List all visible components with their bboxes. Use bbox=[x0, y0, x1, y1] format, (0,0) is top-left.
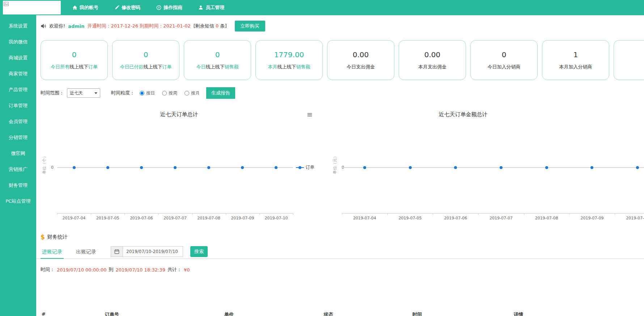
granularity-option-label: 按月 bbox=[191, 90, 200, 96]
granularity-radio[interactable] bbox=[140, 91, 144, 96]
sidebar-item-11[interactable]: PC站点管理 bbox=[0, 193, 36, 209]
stat-card-label: 今日已付款线上线下订单 bbox=[120, 64, 172, 70]
x-axis-tick bbox=[433, 213, 433, 215]
finance-section: $ 财务统计 进账记录出账记录 搜索 时间： 2019/07/10 00:00:… bbox=[36, 230, 644, 273]
legend[interactable]: 订单 bbox=[296, 164, 314, 170]
x-axis-tick bbox=[226, 213, 226, 215]
x-axis-tick bbox=[524, 213, 524, 215]
sidebar-item-6[interactable]: 会员管理 bbox=[0, 114, 36, 130]
stat-card-5: 0.00本月支出佣金 bbox=[399, 40, 466, 80]
finance-title-row: $ 财务统计 bbox=[36, 230, 644, 241]
stat-card-value: 0 bbox=[502, 50, 507, 59]
granularity-option-2[interactable]: 按月 bbox=[185, 90, 200, 96]
data-point bbox=[207, 166, 210, 169]
table-header-col-0: # bbox=[42, 311, 46, 316]
x-axis-label: 2019-07-06 bbox=[125, 216, 158, 220]
top-nav-item-0[interactable]: 我的帐号 bbox=[72, 4, 98, 11]
data-point bbox=[545, 166, 548, 169]
y-axis-tick: 0 bbox=[46, 165, 54, 170]
summary-total-value: ¥0 bbox=[184, 267, 190, 273]
x-axis-label: 2019-07-09 bbox=[226, 216, 259, 220]
granularity-option-1[interactable]: 按周 bbox=[162, 90, 177, 96]
stat-card-label: 今日线上线下销售额 bbox=[196, 64, 239, 70]
data-point bbox=[241, 166, 244, 169]
stat-card-label: 今日所有线上线下订单 bbox=[51, 64, 98, 70]
data-point bbox=[140, 166, 143, 169]
buy-now-button[interactable]: 立即购买 bbox=[235, 21, 265, 31]
sidebar-item-2[interactable]: 商城设置 bbox=[0, 50, 36, 66]
stat-card-label: 今日支出佣金 bbox=[347, 64, 375, 70]
finance-tabs-row: 进账记录出账记录 搜索 bbox=[36, 244, 644, 259]
table-header-col-5: 详情 bbox=[514, 311, 523, 316]
stat-card-label: 本月线上线下销售额 bbox=[268, 64, 310, 70]
user-icon bbox=[198, 5, 203, 10]
x-axis-label: 2019-07-06 bbox=[439, 216, 472, 220]
stat-card-label: 本月加入分销商 bbox=[559, 64, 592, 70]
calendar-icon[interactable] bbox=[111, 246, 123, 257]
x-axis-tick bbox=[57, 213, 58, 215]
legend-label: 订单 bbox=[306, 164, 314, 170]
sidebar-item-1[interactable]: 我的微信 bbox=[0, 34, 36, 50]
time-range-select[interactable]: 近七天 bbox=[67, 88, 100, 98]
sidebar-item-7[interactable]: 分销管理 bbox=[0, 130, 36, 146]
finance-tab-0[interactable]: 进账记录 bbox=[41, 244, 64, 259]
top-nav-item-1[interactable]: 修改密码 bbox=[114, 4, 140, 11]
broken-image-icon bbox=[4, 1, 9, 7]
y-axis-label: 单位（元） bbox=[332, 150, 338, 179]
x-axis-label: 2019-07-04 bbox=[348, 216, 381, 220]
x-axis-label: 2019-07-10 bbox=[260, 216, 292, 220]
sidebar-item-3[interactable]: 商家管理 bbox=[0, 66, 36, 82]
granularity-option-0[interactable]: 按日 bbox=[140, 90, 155, 96]
x-axis-tick bbox=[478, 213, 479, 215]
data-point bbox=[409, 166, 412, 169]
logo bbox=[3, 1, 61, 14]
sidebar-item-0[interactable]: 系统设置 bbox=[0, 18, 36, 34]
top-nav-item-2[interactable]: ?操作指南 bbox=[156, 4, 182, 11]
sidebar-item-4[interactable]: 产品管理 bbox=[0, 82, 36, 98]
data-point bbox=[275, 166, 277, 169]
granularity-radio[interactable] bbox=[185, 91, 189, 96]
sidebar-item-5[interactable]: 订单管理 bbox=[0, 98, 36, 114]
table-header-col-3: 状态 bbox=[324, 311, 333, 316]
data-point bbox=[636, 166, 639, 169]
search-button[interactable]: 搜索 bbox=[190, 246, 208, 257]
granularity-option-label: 按周 bbox=[169, 90, 177, 96]
generate-report-button[interactable]: 生成报告 bbox=[206, 87, 235, 99]
stat-card-value: 0.00 bbox=[424, 50, 441, 59]
data-point bbox=[174, 166, 177, 169]
x-axis-tick bbox=[192, 213, 192, 215]
chevron-down-icon bbox=[94, 92, 97, 94]
granularity-label: 时间粒度： bbox=[111, 90, 135, 96]
sidebar-item-8[interactable]: 微官网 bbox=[0, 146, 36, 161]
x-axis-tick bbox=[124, 213, 125, 215]
date-range-input[interactable] bbox=[123, 246, 183, 257]
x-axis-label: 2019-07-07 bbox=[485, 216, 517, 220]
x-axis-tick bbox=[293, 213, 293, 215]
summary-to-label: 到 bbox=[109, 266, 113, 273]
data-point bbox=[500, 166, 503, 169]
time-range-label: 时间范围： bbox=[41, 90, 64, 96]
series-line bbox=[342, 167, 644, 168]
finance-section-title: 财务统计 bbox=[47, 234, 68, 240]
summary-time-label: 时间： bbox=[41, 266, 55, 273]
filter-row: 时间范围： 近七天 时间粒度： 按日按周按月 生成报告 bbox=[36, 87, 644, 99]
x-axis-label: 2019-07-10 bbox=[621, 216, 644, 220]
stat-card-0: 0今日所有线上线下订单 bbox=[41, 40, 108, 80]
data-point bbox=[363, 166, 366, 169]
menu-icon[interactable] bbox=[307, 112, 313, 118]
x-axis-tick bbox=[569, 213, 570, 215]
sidebar-item-9[interactable]: 营销推广 bbox=[0, 161, 36, 177]
finance-tab-1[interactable]: 出账记录 bbox=[75, 244, 98, 259]
x-axis bbox=[57, 213, 293, 214]
finance-summary-row: 时间： 2019/07/10 00:00:00 到 2019/07/10 18:… bbox=[36, 259, 644, 273]
top-nav-label: 操作指南 bbox=[164, 4, 182, 11]
username-link[interactable]: admin bbox=[68, 24, 84, 29]
summary-total-label: 共计： bbox=[168, 266, 182, 273]
x-axis-tick bbox=[259, 213, 260, 215]
granularity-radio[interactable] bbox=[162, 91, 167, 96]
stat-cards-row: 0今日所有线上线下订单0今日已付款线上线下订单0今日线上线下销售额1779.00… bbox=[36, 40, 644, 80]
sidebar-item-10[interactable]: 财务管理 bbox=[0, 177, 36, 193]
stat-card-label: 本月支出佣金 bbox=[418, 64, 446, 70]
top-nav-item-3[interactable]: 员工管理 bbox=[198, 4, 224, 11]
data-point bbox=[454, 166, 457, 169]
